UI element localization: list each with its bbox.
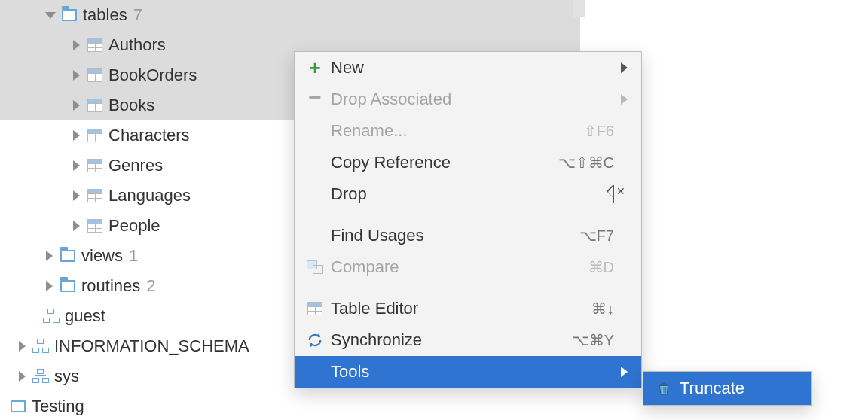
submenu-truncate[interactable]: Truncate bbox=[643, 372, 811, 405]
expand-icon[interactable] bbox=[14, 341, 30, 352]
folder-count: 1 bbox=[123, 246, 138, 266]
table-label: Authors bbox=[105, 35, 166, 55]
tree-folder-tables[interactable]: tables 7 bbox=[0, 0, 580, 30]
folder-label: tables bbox=[80, 5, 127, 25]
backspace-icon: ✕ bbox=[613, 186, 614, 203]
schema-icon bbox=[41, 309, 62, 323]
compare-icon bbox=[304, 260, 326, 274]
menu-label: Synchronize bbox=[326, 330, 572, 350]
datasource-icon bbox=[8, 400, 29, 412]
table-icon bbox=[84, 129, 105, 142]
menu-label: Tools bbox=[326, 362, 614, 382]
table-label: People bbox=[105, 216, 160, 236]
expand-icon[interactable] bbox=[41, 281, 57, 291]
folder-icon bbox=[57, 250, 78, 262]
context-menu: + New − Drop Associated Rename... ⇧F6 Co… bbox=[294, 51, 642, 388]
menu-synchronize[interactable]: Synchronize ⌥⌘Y bbox=[295, 324, 641, 356]
expand-icon[interactable] bbox=[41, 251, 57, 261]
menu-label: Table Editor bbox=[326, 299, 591, 318]
menu-tools[interactable]: Tools bbox=[295, 356, 641, 388]
menu-copy-reference[interactable]: Copy Reference ⌥⇧⌘C bbox=[295, 147, 641, 178]
folder-count: 2 bbox=[140, 276, 155, 296]
menu-table-editor[interactable]: Table Editor ⌘↓ bbox=[295, 293, 641, 324]
menu-separator bbox=[295, 288, 641, 288]
table-icon bbox=[84, 68, 105, 82]
schema-icon bbox=[30, 370, 51, 383]
menu-drop[interactable]: Drop ✕ bbox=[295, 178, 641, 210]
submenu-arrow-icon bbox=[614, 62, 628, 73]
menu-accel: ⌥F7 bbox=[579, 227, 614, 245]
menu-rename: Rename... ⇧F6 bbox=[295, 115, 641, 147]
menu-new[interactable]: + New bbox=[295, 52, 641, 84]
table-label: BookOrders bbox=[105, 65, 197, 85]
menu-find-usages[interactable]: Find Usages ⌥F7 bbox=[295, 220, 641, 251]
schema-label: INFORMATION_SCHEMA bbox=[51, 336, 249, 356]
folder-icon bbox=[59, 9, 80, 21]
table-label: Languages bbox=[105, 186, 191, 205]
menu-accel: ⌘↓ bbox=[591, 300, 614, 318]
menu-accel: ⌘D bbox=[588, 258, 614, 276]
expand-icon[interactable] bbox=[68, 100, 84, 111]
schema-label: guest bbox=[62, 306, 105, 326]
sync-icon bbox=[304, 332, 326, 348]
tree-datasource[interactable]: Testing bbox=[0, 391, 580, 420]
expand-icon[interactable] bbox=[68, 130, 84, 141]
expand-icon[interactable] bbox=[68, 70, 84, 81]
table-icon bbox=[304, 302, 326, 315]
menu-label: Compare bbox=[326, 257, 588, 277]
menu-label: Truncate bbox=[675, 379, 798, 398]
submenu-arrow-icon bbox=[614, 367, 628, 377]
menu-label: Rename... bbox=[326, 121, 584, 141]
trash-icon bbox=[653, 380, 675, 397]
menu-label: Copy Reference bbox=[326, 153, 558, 172]
menu-separator bbox=[295, 215, 641, 215]
menu-accel: ⌥⇧⌘C bbox=[558, 154, 614, 172]
table-icon bbox=[84, 38, 105, 52]
table-icon bbox=[84, 99, 105, 112]
tools-submenu: Truncate bbox=[643, 371, 812, 406]
folder-label: views bbox=[78, 246, 123, 266]
expand-icon[interactable] bbox=[68, 160, 84, 171]
submenu-arrow-icon bbox=[614, 94, 628, 105]
scrollbar[interactable] bbox=[573, 0, 585, 17]
menu-accel: ⇧F6 bbox=[584, 122, 614, 140]
menu-compare: Compare ⌘D bbox=[295, 251, 641, 283]
menu-label: New bbox=[326, 58, 614, 78]
schema-label: sys bbox=[51, 367, 79, 386]
table-icon bbox=[84, 219, 105, 233]
table-label: Characters bbox=[105, 126, 190, 145]
folder-label: routines bbox=[78, 276, 140, 296]
expand-icon[interactable] bbox=[68, 40, 84, 50]
expand-icon[interactable] bbox=[14, 371, 30, 382]
schema-icon bbox=[30, 339, 51, 353]
collapse-icon[interactable] bbox=[42, 12, 59, 19]
folder-icon bbox=[57, 280, 78, 292]
expand-icon[interactable] bbox=[68, 190, 84, 201]
table-icon bbox=[84, 159, 105, 172]
folder-count: 7 bbox=[127, 5, 142, 25]
table-icon bbox=[84, 189, 105, 202]
menu-label: Drop bbox=[326, 184, 613, 204]
menu-accel: ⌥⌘Y bbox=[572, 331, 614, 349]
menu-drop-associated: − Drop Associated bbox=[295, 84, 641, 115]
table-label: Genres bbox=[105, 156, 163, 175]
menu-label: Find Usages bbox=[326, 226, 579, 245]
menu-label: Drop Associated bbox=[326, 90, 614, 109]
expand-icon[interactable] bbox=[68, 221, 84, 231]
datasource-label: Testing bbox=[29, 397, 84, 416]
table-label: Books bbox=[105, 96, 154, 115]
